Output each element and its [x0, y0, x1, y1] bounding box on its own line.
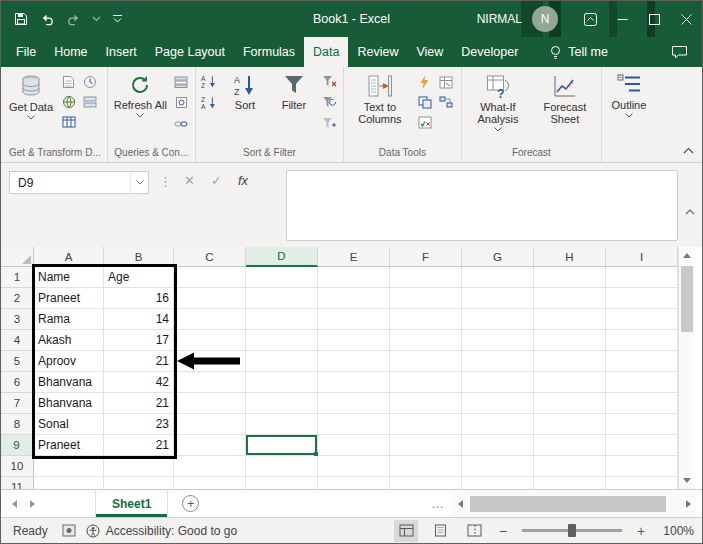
refresh-all-button[interactable]: Refresh All: [112, 70, 169, 118]
cell-D11[interactable]: [246, 477, 318, 489]
column-header-B[interactable]: B: [104, 247, 174, 267]
column-header-F[interactable]: F: [390, 247, 462, 267]
remove-duplicates-button[interactable]: [416, 93, 435, 112]
cell-A7[interactable]: Bhanvana: [34, 393, 104, 414]
row-header-2[interactable]: 2: [1, 288, 34, 309]
tab-scroll-splitter[interactable]: …: [431, 496, 444, 511]
insert-function-button[interactable]: fx: [238, 174, 248, 187]
zoom-out-button[interactable]: −: [496, 523, 510, 539]
cell-D10[interactable]: [246, 456, 318, 477]
cell-I11[interactable]: [606, 477, 678, 489]
cell-A6[interactable]: Bhanvana: [34, 372, 104, 393]
properties-button[interactable]: [172, 93, 191, 112]
cell-D2[interactable]: [246, 288, 318, 309]
data-validation-button[interactable]: [416, 113, 435, 132]
cell-I9[interactable]: [606, 435, 678, 456]
row-header-7[interactable]: 7: [1, 393, 34, 414]
sort-za-button[interactable]: ZA: [200, 93, 219, 112]
save-button[interactable]: [13, 11, 29, 27]
cell-E8[interactable]: [318, 414, 390, 435]
accessibility-status[interactable]: Accessibility: Good to go: [86, 524, 237, 538]
enter-button[interactable]: ✓: [211, 174, 222, 187]
cell-I3[interactable]: [606, 309, 678, 330]
group-label-queries[interactable]: Queries & Con...: [112, 145, 191, 162]
cell-G8[interactable]: [462, 414, 534, 435]
cell-A5[interactable]: Aproov: [34, 351, 104, 372]
cell-D7[interactable]: [246, 393, 318, 414]
recent-sources-button[interactable]: [80, 73, 99, 92]
scroll-left-button[interactable]: [452, 490, 468, 517]
cell-A10[interactable]: [34, 456, 104, 477]
scroll-up-button[interactable]: [679, 247, 695, 264]
horizontal-scrollbar[interactable]: [452, 490, 696, 517]
cell-H3[interactable]: [534, 309, 606, 330]
view-page-layout-button[interactable]: [428, 520, 452, 542]
comments-button[interactable]: [671, 37, 688, 67]
filter-button[interactable]: Filter: [271, 70, 317, 111]
column-header-G[interactable]: G: [462, 247, 534, 267]
cell-C3[interactable]: [174, 309, 246, 330]
cell-I8[interactable]: [606, 414, 678, 435]
cell-F2[interactable]: [390, 288, 462, 309]
column-header-C[interactable]: C: [174, 247, 246, 267]
forecast-sheet-button[interactable]: Forecast Sheet: [533, 70, 597, 125]
tab-formulas[interactable]: Formulas: [234, 37, 304, 67]
qat-dropdown-button[interactable]: [92, 16, 101, 22]
cell-I10[interactable]: [606, 456, 678, 477]
vertical-scroll-thumb[interactable]: [681, 266, 693, 332]
cell-F5[interactable]: [390, 351, 462, 372]
maximize-button[interactable]: [638, 1, 670, 37]
group-label-sort-filter[interactable]: Sort & Filter: [200, 145, 339, 162]
user-name[interactable]: NIRMAL: [477, 12, 522, 26]
from-table-range-button[interactable]: [59, 113, 78, 132]
name-box-dropdown[interactable]: [130, 172, 148, 193]
cell-D6[interactable]: [246, 372, 318, 393]
cell-A11[interactable]: [34, 477, 104, 489]
cell-A3[interactable]: Rama: [34, 309, 104, 330]
column-header-H[interactable]: H: [534, 247, 606, 267]
cell-H2[interactable]: [534, 288, 606, 309]
cell-E5[interactable]: [318, 351, 390, 372]
scroll-right-button[interactable]: [680, 490, 696, 517]
cell-E9[interactable]: [318, 435, 390, 456]
cell-B4[interactable]: 17: [104, 330, 174, 351]
cell-A8[interactable]: Sonal: [34, 414, 104, 435]
cell-C6[interactable]: [174, 372, 246, 393]
cell-E1[interactable]: [318, 267, 390, 288]
cell-I4[interactable]: [606, 330, 678, 351]
cell-B3[interactable]: 14: [104, 309, 174, 330]
formula-input[interactable]: [286, 170, 678, 241]
row-header-5[interactable]: 5: [1, 351, 34, 372]
cell-E11[interactable]: [318, 477, 390, 489]
cell-I5[interactable]: [606, 351, 678, 372]
cell-E2[interactable]: [318, 288, 390, 309]
cell-D1[interactable]: [246, 267, 318, 288]
cell-E10[interactable]: [318, 456, 390, 477]
cell-I2[interactable]: [606, 288, 678, 309]
row-header-9[interactable]: 9: [1, 435, 34, 456]
cell-F7[interactable]: [390, 393, 462, 414]
cell-E4[interactable]: [318, 330, 390, 351]
add-sheet-button[interactable]: +: [182, 495, 199, 512]
cell-B1[interactable]: Age: [104, 267, 174, 288]
cancel-button[interactable]: ✕: [184, 174, 195, 187]
cell-D9[interactable]: [246, 435, 318, 456]
cell-A2[interactable]: Praneet: [34, 288, 104, 309]
cell-G10[interactable]: [462, 456, 534, 477]
reapply-filter-button[interactable]: [320, 93, 339, 112]
column-header-I[interactable]: I: [606, 247, 678, 267]
cell-F3[interactable]: [390, 309, 462, 330]
select-all-button[interactable]: [1, 247, 34, 267]
zoom-in-button[interactable]: +: [634, 523, 648, 539]
cell-H1[interactable]: [534, 267, 606, 288]
cell-F8[interactable]: [390, 414, 462, 435]
cell-D3[interactable]: [246, 309, 318, 330]
cell-B6[interactable]: 42: [104, 372, 174, 393]
existing-connections-button[interactable]: [80, 93, 99, 112]
tab-home[interactable]: Home: [45, 37, 96, 67]
group-label-get-transform[interactable]: Get & Transform D...: [7, 145, 103, 162]
queries-connections-button[interactable]: [172, 72, 191, 91]
sheet-tab-sheet1[interactable]: Sheet1: [96, 490, 168, 517]
row-header-11[interactable]: 11: [1, 477, 34, 489]
minimize-button[interactable]: [606, 1, 638, 37]
